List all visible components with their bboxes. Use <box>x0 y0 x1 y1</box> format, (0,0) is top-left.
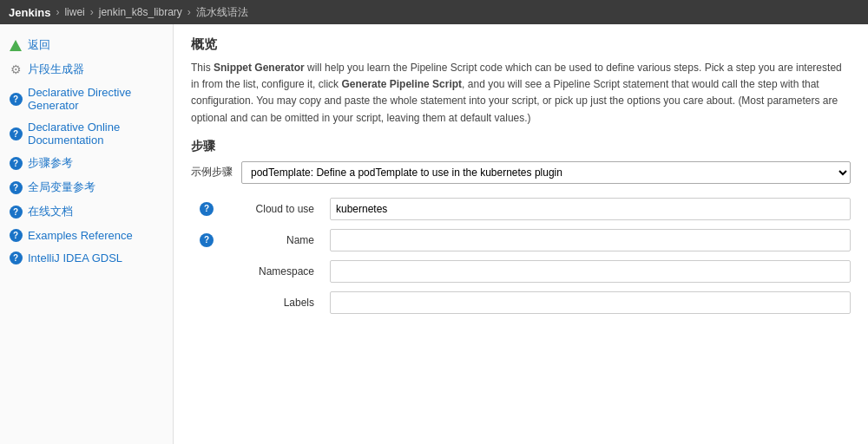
layout: 返回 ⚙ 片段生成器 ? Declarative Directive Gener… <box>0 24 868 444</box>
arrow-up-icon <box>9 38 23 52</box>
cloud-help-icon[interactable]: ? <box>200 202 214 216</box>
question-icon-4: ? <box>9 180 23 194</box>
step-example-label: 示例步骤 <box>191 165 233 180</box>
sidebar-item-global-var[interactable]: ? 全局变量参考 <box>0 175 173 199</box>
name-help-icon[interactable]: ? <box>200 233 214 247</box>
sidebar-snippet-label: 片段生成器 <box>28 62 84 77</box>
namespace-label: Namespace <box>226 265 321 278</box>
sidebar: 返回 ⚙ 片段生成器 ? Declarative Directive Gener… <box>0 24 174 444</box>
overview-paragraph: This Snippet Generator will help you lea… <box>191 60 851 127</box>
labels-label: Labels <box>226 297 321 309</box>
namespace-input[interactable] <box>330 260 851 283</box>
overview-text-1: This <box>191 62 214 74</box>
name-input[interactable] <box>330 229 851 251</box>
steps-title: 步骤 <box>191 139 851 154</box>
form-section: ? Cloud to use ? Name Namespace <box>191 198 851 314</box>
breadcrumb-sep-1: › <box>56 6 59 18</box>
breadcrumb-library[interactable]: jenkin_k8s_library <box>99 6 182 18</box>
sidebar-online-doc2-label: 在线文档 <box>28 204 73 219</box>
name-label: Name <box>226 234 321 246</box>
snippet-generator-bold: Snippet Generator <box>214 62 305 74</box>
question-icon-7: ? <box>9 251 23 264</box>
sidebar-item-online-docs[interactable]: ? Declarative Online Documentation <box>0 116 173 151</box>
step-select[interactable]: podTemplate: Define a podTemplate to use… <box>241 161 851 184</box>
main-content: 概览 This Snippet Generator will help you … <box>174 24 868 444</box>
sidebar-back-label: 返回 <box>28 37 50 53</box>
sidebar-item-idea-gdsl[interactable]: ? IntelliJ IDEA GDSL <box>0 246 173 269</box>
cloud-input[interactable] <box>330 198 851 220</box>
form-row-name: ? Name <box>191 229 851 251</box>
sidebar-item-examples-ref[interactable]: ? Examples Reference <box>0 224 173 246</box>
sidebar-directive-label: Declarative Directive Generator <box>28 86 164 112</box>
question-icon-3: ? <box>9 156 23 170</box>
breadcrumb-pipeline[interactable]: 流水线语法 <box>196 5 248 20</box>
sidebar-step-ref-label: 步骤参考 <box>28 155 73 171</box>
overview-title: 概览 <box>191 36 851 53</box>
generate-pipeline-bold: Generate Pipeline Script <box>341 78 462 90</box>
sidebar-item-back[interactable]: 返回 <box>0 33 173 57</box>
sidebar-idea-gdsl-label: IntelliJ IDEA GDSL <box>28 251 122 264</box>
sidebar-item-directive-gen[interactable]: ? Declarative Directive Generator <box>0 82 173 116</box>
sidebar-item-snippet-gen[interactable]: ⚙ 片段生成器 <box>0 57 173 82</box>
sidebar-online-docs-label: Declarative Online Documentation <box>28 121 164 147</box>
sidebar-item-online-doc2[interactable]: ? 在线文档 <box>0 199 173 224</box>
question-icon-2: ? <box>9 127 23 140</box>
breadcrumb-sep-3: › <box>187 6 191 18</box>
sidebar-global-var-label: 全局变量参考 <box>28 180 95 195</box>
topbar: Jenkins › liwei › jenkin_k8s_library › 流… <box>0 0 868 24</box>
question-icon-5: ? <box>9 205 23 219</box>
cloud-label: Cloud to use <box>226 203 321 215</box>
breadcrumb-sep-2: › <box>90 6 94 18</box>
sidebar-item-step-ref[interactable]: ? 步骤参考 <box>0 151 173 175</box>
question-icon-1: ? <box>9 92 23 106</box>
form-row-namespace: Namespace <box>191 260 851 283</box>
question-icon-6: ? <box>9 228 23 242</box>
labels-input[interactable] <box>330 291 851 314</box>
sidebar-examples-label: Examples Reference <box>28 229 133 242</box>
form-row-cloud: ? Cloud to use <box>191 198 851 220</box>
form-row-labels: Labels <box>191 291 851 314</box>
step-row: 示例步骤 podTemplate: Define a podTemplate t… <box>191 161 851 184</box>
breadcrumb-liwei[interactable]: liwei <box>64 6 84 18</box>
jenkins-logo[interactable]: Jenkins <box>9 6 50 19</box>
gear-icon: ⚙ <box>9 62 23 76</box>
